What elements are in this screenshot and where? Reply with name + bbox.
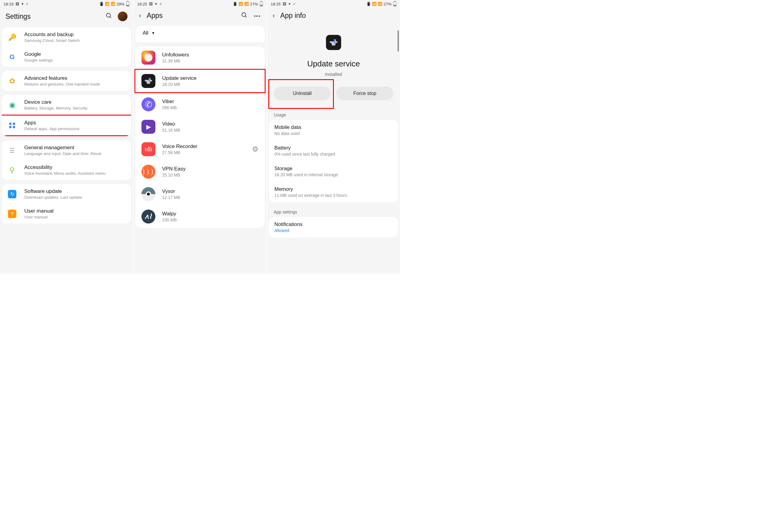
item-subtitle: 11 MB used on average in last 3 hours [274, 193, 393, 198]
gear-icon[interactable]: ⚙ [252, 145, 258, 153]
svg-line-3 [245, 16, 247, 17]
usage-group: Mobile data No data used Battery 0% used… [269, 120, 398, 202]
app-item-unfollowers[interactable]: Unfollowers 31.39 MB [135, 46, 265, 69]
google-icon: G [9, 53, 15, 61]
vibrate-icon: 📳 [99, 2, 104, 6]
status-time: 18:25 [137, 2, 147, 6]
app-icon [141, 187, 155, 201]
sliders-icon: ☰ [9, 147, 15, 154]
settings-item-usermanual[interactable]: ? User manual User manual [2, 204, 131, 224]
action-buttons: Uninstall Force stop [267, 82, 400, 110]
vibrate-icon: 📳 [233, 2, 237, 6]
info-item-memory[interactable]: Memory 11 MB used on average in last 3 h… [269, 182, 398, 202]
search-icon [106, 12, 112, 19]
filter-label: All [143, 30, 148, 36]
item-title: Storage [274, 166, 393, 172]
app-item-walpy[interactable]: ᴧ⌇ Walpy 230 MB [135, 205, 265, 228]
item-title: Software update [24, 188, 126, 194]
chevron-down-icon: ▼ [151, 31, 155, 35]
app-icon [141, 74, 155, 88]
profile-avatar[interactable] [118, 11, 127, 21]
settings-group: 🔑 Accounts and backup Samsung Cloud, Sma… [2, 27, 131, 67]
item-subtitle: Voice Assistant, Mono audio, Assistant m… [24, 171, 126, 176]
signal-icon: 📶 [111, 2, 115, 6]
item-title: Battery [274, 145, 393, 151]
key-icon: 🔑 [8, 33, 16, 41]
settings-item-general[interactable]: ☰ General management Language and input,… [2, 140, 131, 160]
screen-apps: 18:25 🖼 ✦ ✓ 📳 📶 📶 27% ‹ Apps ⋮ All ▼ Unf… [133, 0, 267, 274]
app-hero: Update service Installed [267, 26, 400, 82]
info-item-storage[interactable]: Storage 18.20 MB used in internal storag… [269, 161, 398, 182]
app-item-vpneasy[interactable]: ⟯⟯⟯ VPN Easy 25.10 MB [135, 160, 265, 183]
wifi-icon: 📶 [239, 2, 243, 6]
info-item-mobiledata[interactable]: Mobile data No data used [269, 120, 398, 140]
item-title: Apps [24, 120, 126, 126]
back-button[interactable]: ‹ [139, 12, 141, 20]
apps-icon [9, 123, 15, 129]
item-subtitle: Language and input, Date and time, Reset [24, 151, 126, 156]
app-name: VPN Easy [162, 166, 258, 172]
apps-header: ‹ Apps ⋮ [133, 8, 266, 26]
app-icon: ⟯⟯⟯ [141, 165, 155, 179]
image-icon: 🖼 [15, 2, 19, 6]
battery-icon [126, 2, 129, 6]
settings-header: Settings [0, 8, 133, 27]
gear-icon: ✿ [9, 77, 15, 85]
settings-item-devicecare[interactable]: ◉ Device care Battery, Storage, Memory, … [2, 95, 131, 115]
app-size: 31.39 MB [162, 58, 258, 63]
app-name: Video [162, 121, 258, 127]
back-button[interactable]: ‹ [272, 12, 275, 20]
scrollbar[interactable] [398, 30, 399, 51]
status-bar: 18:25 🖼 ✦ ✓ 📳 📶 📶 27% [133, 0, 266, 8]
filter-dropdown[interactable]: All ▼ [135, 26, 265, 42]
settings-item-google[interactable]: G Google Google settings [2, 47, 131, 67]
app-item-viber[interactable]: ✆ Viber 266 MB [135, 93, 265, 116]
app-name: Walpy [162, 211, 258, 217]
info-item-notifications[interactable]: Notifications Allowed [269, 217, 398, 238]
search-button[interactable] [106, 12, 112, 20]
screen-settings: 18:19 🖼 ✦ ✓ 📳 📶 📶 29% Settings 🔑 Account… [0, 0, 133, 274]
update-icon: ↻ [8, 190, 16, 198]
app-size: 266 MB [162, 105, 258, 110]
app-item-updateservice[interactable]: Update service 18.20 MB [134, 69, 265, 93]
appsettings-group: Notifications Allowed [269, 217, 398, 238]
settings-item-accounts[interactable]: 🔑 Accounts and backup Samsung Cloud, Sma… [2, 27, 131, 47]
app-item-video[interactable]: ▶ Video 51.16 MB [135, 116, 265, 138]
status-time: 18:19 [4, 2, 14, 6]
app-item-voicerecorder[interactable]: ııllı Voice Recorder 27.58 MB ⚙ [135, 138, 265, 160]
item-subtitle: Battery, Storage, Memory, Security [24, 106, 126, 110]
info-item-battery[interactable]: Battery 0% used since last fully charged [269, 140, 398, 161]
settings-item-accessibility[interactable]: ⚲ Accessibility Voice Assistant, Mono au… [2, 160, 131, 180]
item-title: Notifications [274, 222, 393, 228]
section-label-usage: Usage [267, 110, 400, 120]
app-name: Update service [273, 59, 394, 69]
settings-item-apps[interactable]: Apps Default apps, App permissions [2, 115, 131, 136]
item-title: Memory [274, 186, 393, 192]
item-subtitle: Default apps, App permissions [24, 126, 126, 131]
forcestop-button[interactable]: Force stop [336, 87, 394, 100]
more-button[interactable]: ⋮ [253, 13, 261, 19]
page-title: App info [280, 11, 306, 20]
item-subtitle: Allowed [274, 228, 393, 233]
battery-icon [260, 2, 263, 6]
settings-item-softwareupdate[interactable]: ↻ Software update Download updates, Last… [2, 184, 131, 204]
item-title: Google [24, 51, 126, 57]
status-bar: 18:25 🖼 ✦ ✓ 📳 📶 📶 27% [267, 0, 400, 8]
search-button[interactable] [241, 12, 248, 20]
item-title: User manual [24, 208, 126, 214]
section-label-appsettings: App settings [267, 207, 400, 217]
item-title: Device care [24, 99, 126, 105]
app-size: 51.16 MB [162, 128, 258, 133]
settings-item-advanced[interactable]: ✿ Advanced features Motions and gestures… [2, 71, 131, 91]
item-subtitle: Samsung Cloud, Smart Switch [24, 38, 126, 43]
app-icon: ✆ [141, 97, 155, 111]
app-name: Viber [162, 99, 258, 105]
app-name: Voice Recorder [162, 143, 252, 149]
manual-icon: ? [8, 210, 16, 218]
uninstall-button[interactable]: Uninstall [274, 87, 331, 100]
app-icon: ▶ [141, 120, 155, 134]
accessibility-icon: ⚲ [9, 166, 15, 174]
item-title: General management [24, 145, 126, 151]
svg-line-1 [110, 17, 111, 18]
app-item-vysor[interactable]: Vysor 12.17 MB [135, 183, 265, 205]
